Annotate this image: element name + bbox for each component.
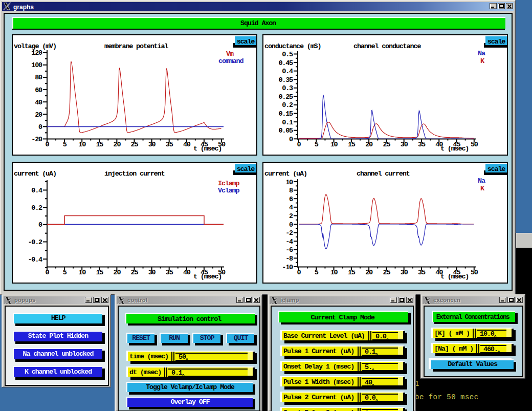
- svg-text:25: 25: [131, 269, 139, 276]
- svg-text:100: 100: [31, 61, 42, 69]
- svg-text:10: 10: [78, 269, 86, 276]
- svg-text:conductance (mS): conductance (mS): [264, 42, 321, 50]
- svg-text:35: 35: [166, 269, 173, 276]
- svg-text:20: 20: [365, 141, 373, 148]
- svg-text:5: 5: [315, 269, 319, 276]
- svg-text:channel conductance: channel conductance: [353, 42, 421, 50]
- svg-text:4: 4: [289, 204, 293, 211]
- svg-text:scale: scale: [237, 165, 255, 173]
- svg-text:0: 0: [38, 123, 42, 131]
- svg-text:35: 35: [166, 141, 173, 148]
- svg-text:-4: -4: [285, 238, 293, 246]
- svg-text:0.5: 0.5: [282, 51, 293, 58]
- svg-text:0: 0: [297, 269, 301, 276]
- svg-text:0: 0: [46, 269, 50, 276]
- svg-text:40: 40: [183, 141, 191, 148]
- svg-text:5: 5: [315, 141, 319, 148]
- svg-text:5: 5: [63, 141, 67, 148]
- svg-text:8: 8: [289, 187, 293, 194]
- svg-text:0.1: 0.1: [282, 119, 293, 126]
- svg-text:10: 10: [285, 179, 293, 186]
- svg-text:0.4: 0.4: [31, 187, 42, 194]
- svg-text:0.2: 0.2: [282, 101, 293, 109]
- svg-text:30: 30: [401, 269, 408, 276]
- svg-text:0: 0: [289, 136, 293, 143]
- svg-text:0.45: 0.45: [278, 59, 293, 67]
- svg-text:0.3: 0.3: [282, 84, 293, 92]
- svg-text:0: 0: [289, 221, 293, 229]
- svg-text:t (msec): t (msec): [440, 145, 469, 153]
- svg-text:10: 10: [330, 141, 338, 148]
- svg-text:0.2: 0.2: [31, 204, 42, 212]
- svg-text:0: 0: [46, 141, 50, 148]
- svg-text:Vm: Vm: [226, 50, 234, 58]
- svg-text:Na: Na: [478, 177, 485, 185]
- svg-text:0.05: 0.05: [278, 127, 293, 135]
- svg-text:membrane potential: membrane potential: [104, 42, 168, 50]
- svg-text:15: 15: [96, 141, 103, 148]
- svg-text:20: 20: [365, 269, 373, 276]
- svg-text:5: 5: [63, 269, 67, 276]
- svg-text:-20: -20: [31, 136, 42, 143]
- svg-text:-0.4: -0.4: [28, 256, 42, 264]
- svg-text:scale: scale: [487, 165, 506, 173]
- svg-text:25: 25: [383, 269, 390, 276]
- svg-text:35: 35: [418, 269, 426, 276]
- svg-text:50: 50: [471, 269, 478, 276]
- svg-text:t (msec): t (msec): [193, 145, 221, 153]
- svg-text:35: 35: [418, 141, 426, 148]
- svg-text:120: 120: [31, 49, 42, 57]
- svg-text:K: K: [480, 185, 485, 192]
- svg-text:20: 20: [113, 269, 121, 276]
- svg-text:-2: -2: [285, 229, 293, 237]
- svg-text:0.25: 0.25: [278, 93, 293, 101]
- svg-text:15: 15: [96, 269, 103, 276]
- svg-text:30: 30: [148, 141, 156, 148]
- svg-text:40: 40: [35, 99, 42, 106]
- svg-text:15: 15: [348, 269, 356, 276]
- svg-text:10: 10: [78, 141, 86, 148]
- svg-text:50: 50: [471, 141, 478, 148]
- svg-text:current (uA): current (uA): [14, 170, 56, 178]
- svg-text:25: 25: [131, 141, 139, 148]
- svg-text:Na: Na: [478, 50, 485, 57]
- svg-text:20: 20: [35, 111, 42, 119]
- svg-text:0.35: 0.35: [278, 76, 293, 84]
- svg-text:30: 30: [401, 141, 408, 148]
- svg-text:-0.2: -0.2: [28, 239, 42, 246]
- svg-text:t (msec): t (msec): [440, 273, 469, 280]
- svg-text:0: 0: [38, 221, 42, 229]
- svg-text:80: 80: [35, 74, 42, 81]
- svg-text:60: 60: [35, 86, 42, 94]
- svg-text:0.15: 0.15: [278, 110, 293, 118]
- svg-text:0.4: 0.4: [282, 68, 293, 75]
- svg-text:6: 6: [289, 196, 293, 203]
- svg-text:channel current: channel current: [357, 170, 410, 178]
- svg-text:-6: -6: [285, 246, 293, 254]
- svg-text:scale: scale: [237, 38, 255, 46]
- svg-text:Iclamp: Iclamp: [218, 180, 240, 187]
- svg-text:K: K: [480, 57, 485, 65]
- svg-text:15: 15: [348, 141, 356, 148]
- svg-text:voltage (mV): voltage (mV): [14, 42, 56, 50]
- svg-text:command: command: [218, 57, 243, 65]
- svg-text:30: 30: [148, 269, 156, 276]
- svg-text:-8: -8: [285, 255, 293, 263]
- svg-text:t (msec): t (msec): [193, 273, 221, 280]
- svg-text:2: 2: [289, 212, 293, 220]
- svg-text:injection current: injection current: [104, 170, 164, 178]
- svg-text:10: 10: [330, 269, 338, 276]
- svg-text:0: 0: [297, 141, 301, 148]
- svg-text:scale: scale: [487, 38, 506, 46]
- svg-text:40: 40: [183, 269, 191, 276]
- svg-text:current (uA): current (uA): [264, 170, 307, 178]
- svg-text:Vclamp: Vclamp: [218, 187, 240, 194]
- svg-text:25: 25: [383, 141, 390, 148]
- svg-text:-10: -10: [282, 264, 293, 271]
- svg-text:20: 20: [113, 141, 121, 148]
